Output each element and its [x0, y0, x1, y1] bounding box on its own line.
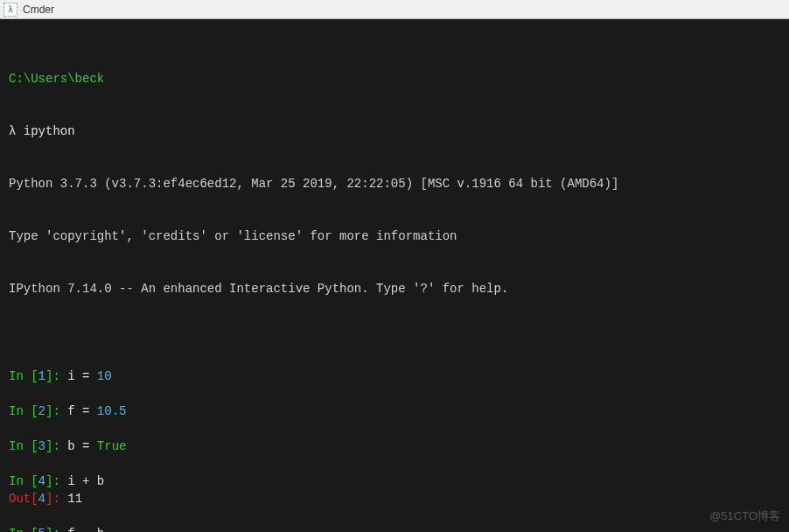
in-label-close: ]: [45, 527, 67, 532]
in-label: In [ [9, 439, 38, 453]
app-icon: λ [3, 3, 17, 17]
in-label-close: ]: [45, 404, 67, 418]
in-label: In [ [9, 527, 38, 532]
in-label-close: ]: [45, 369, 67, 383]
cwd-line: C:\Users\beck [9, 70, 780, 88]
watermark: @51CTO博客 [709, 508, 780, 525]
in-label: In [ [9, 369, 38, 383]
in-number: 4 [38, 474, 45, 488]
code-val: True [97, 439, 127, 453]
in-line: In [4]: i + b [9, 472, 780, 490]
in-number: 2 [38, 404, 45, 418]
in-label-close: ]: [45, 439, 67, 453]
code-val: b [97, 527, 104, 532]
entered-command [16, 124, 23, 138]
code-var: f [67, 527, 74, 532]
blank-line [9, 508, 780, 525]
in-label: In [ [9, 474, 38, 488]
in-line: In [2]: f = 10.5 [9, 402, 780, 420]
code-op: - [75, 527, 97, 532]
in-number: 5 [38, 527, 45, 532]
in-line: In [3]: b = True [9, 438, 780, 455]
terminal-viewport[interactable]: C:\Users\beck λ ipython Python 3.7.3 (v3… [0, 19, 789, 532]
in-line: In [5]: f - b [9, 525, 780, 532]
code-var: f [67, 404, 74, 418]
banner-line: Python 3.7.3 (v3.7.3:ef4ec6ed12, Mar 25 … [9, 175, 780, 192]
out-line: Out[4]: 11 [9, 490, 780, 508]
in-number: 3 [38, 439, 45, 453]
command-text: ipython [24, 124, 75, 138]
blank-line [9, 455, 780, 472]
window-titlebar[interactable]: λ Cmder [0, 0, 789, 19]
out-number: 4 [38, 492, 45, 506]
code-val: b [97, 474, 104, 488]
code-op: = [75, 369, 97, 383]
blank-line [9, 385, 780, 402]
blank-line [9, 420, 780, 438]
in-label-close: ]: [45, 474, 67, 488]
code-op: = [75, 404, 97, 418]
code-var: b [67, 439, 74, 453]
cwd-text: C:\Users\beck [9, 72, 104, 86]
prompt-line: λ ipython [9, 122, 780, 140]
banner-line: IPython 7.14.0 -- An enhanced Interactiv… [9, 280, 780, 298]
code-var: i [67, 369, 74, 383]
in-label: In [ [9, 404, 38, 418]
code-op: = [75, 439, 97, 453]
in-number: 1 [38, 369, 45, 383]
code-val: 10.5 [97, 404, 127, 418]
code-op: + [75, 474, 97, 488]
window-title: Cmder [23, 4, 54, 16]
out-label: Out[ [9, 492, 38, 506]
code-val: 10 [97, 369, 112, 383]
out-label-close: ]: [45, 492, 67, 506]
out-value: 11 [67, 492, 82, 506]
banner-line: Type 'copyright', 'credits' or 'license'… [9, 228, 780, 245]
code-var: i [67, 474, 74, 488]
blank-line [9, 350, 780, 368]
in-line: In [1]: i = 10 [9, 368, 780, 385]
